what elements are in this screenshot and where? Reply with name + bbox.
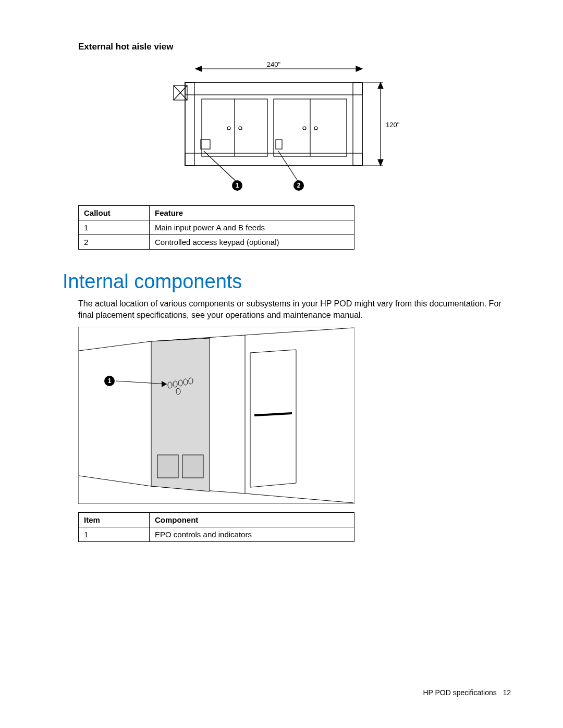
table-row: 1 Main input power A and B feeds bbox=[79, 220, 354, 235]
figure-external-hot-aisle: 240" 120" bbox=[169, 61, 420, 199]
svg-point-18 bbox=[227, 127, 230, 130]
svg-marker-4 bbox=[378, 82, 383, 89]
footer-page-number: 12 bbox=[503, 688, 511, 697]
item-component-table: Item Component 1 EPO controls and indica… bbox=[78, 512, 354, 542]
table-row: 2 Controlled access keypad (optional) bbox=[79, 235, 354, 250]
section-heading: Internal components bbox=[63, 270, 511, 293]
svg-point-19 bbox=[239, 127, 242, 130]
table-row: 1 EPO controls and indicators bbox=[79, 527, 354, 542]
svg-marker-5 bbox=[378, 159, 383, 166]
svg-rect-30 bbox=[78, 327, 354, 504]
svg-marker-41 bbox=[250, 350, 296, 487]
svg-point-23 bbox=[314, 127, 317, 130]
dim-width-label: 240" bbox=[267, 61, 281, 68]
figure-internal-components: 1 bbox=[78, 327, 354, 506]
page-footer: HP POD specifications 12 bbox=[423, 688, 511, 697]
svg-rect-24 bbox=[201, 140, 210, 149]
callout-bubble-1: 1 bbox=[108, 377, 112, 385]
svg-line-42 bbox=[254, 413, 292, 415]
callout-bubble-1: 1 bbox=[236, 182, 239, 189]
callout-feature-table: Callout Feature 1 Main input power A and… bbox=[78, 205, 354, 250]
callout-bubble-2: 2 bbox=[297, 182, 301, 189]
svg-rect-25 bbox=[276, 140, 282, 149]
svg-marker-1 bbox=[195, 66, 202, 71]
table-header-item: Item bbox=[79, 513, 150, 527]
svg-rect-33 bbox=[157, 455, 178, 478]
svg-point-22 bbox=[303, 127, 306, 130]
table-header-component: Component bbox=[150, 513, 354, 527]
table-header-feature: Feature bbox=[150, 206, 354, 220]
svg-line-27 bbox=[278, 151, 299, 182]
footer-label: HP POD specifications bbox=[423, 688, 496, 697]
section-subheading: External hot aisle view bbox=[78, 42, 511, 52]
svg-line-26 bbox=[204, 151, 237, 182]
svg-rect-9 bbox=[185, 82, 362, 95]
section-body-text: The actual location of various component… bbox=[78, 298, 511, 320]
dim-height-label: 120" bbox=[386, 121, 400, 129]
svg-rect-34 bbox=[182, 455, 203, 478]
svg-marker-2 bbox=[356, 66, 362, 71]
table-header-callout: Callout bbox=[79, 206, 150, 220]
